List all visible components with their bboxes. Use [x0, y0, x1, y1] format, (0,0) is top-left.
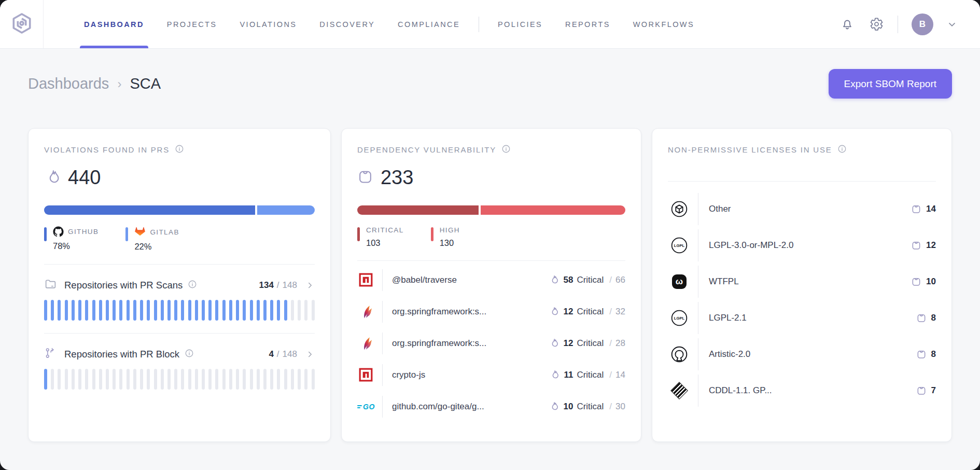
- segment-pill: [51, 300, 54, 321]
- legend-item: CRITICAL 103: [357, 226, 404, 248]
- package-name: org.springframework:s...: [392, 338, 550, 349]
- info-icon[interactable]: [185, 349, 194, 360]
- critical-count: 12: [563, 307, 573, 317]
- info-icon[interactable]: [188, 280, 197, 291]
- license-name: LGPL-2.1: [709, 313, 916, 323]
- segment-pill: [270, 369, 273, 390]
- segment-pill: [85, 300, 88, 321]
- nav-item[interactable]: DASHBOARD: [73, 0, 156, 48]
- nav-item[interactable]: REPORTS: [554, 0, 622, 48]
- pr-scans-segment-bar: [44, 300, 315, 321]
- notifications-bell-icon[interactable]: [839, 17, 855, 32]
- segment-pill: [188, 369, 191, 390]
- flame-icon: [44, 169, 61, 187]
- wtfpl-license-icon: ω: [672, 274, 687, 289]
- segment-pill: [222, 300, 226, 321]
- package-row[interactable]: GO github.com/go-gitea/g... 10 Critical: [357, 391, 625, 422]
- violations-found-in-prs-card: VIOLATIONS FOUND IN PRS 440: [28, 128, 331, 442]
- user-avatar[interactable]: B: [912, 13, 933, 35]
- segment-pill: [277, 369, 280, 390]
- segment-pill: [284, 300, 287, 321]
- export-sbom-report-button[interactable]: Export SBOM Report: [829, 69, 952, 99]
- package-bag-icon: [916, 313, 927, 323]
- main-nav: DASHBOARD PROJECTS VIOLATIONS DISCOVERY …: [73, 0, 706, 48]
- critical-count: 11: [564, 370, 573, 380]
- segment-pill: [161, 369, 164, 390]
- legend-label: GITLAB: [150, 228, 179, 236]
- breadcrumb-separator-icon: ›: [117, 77, 121, 91]
- segment-pill: [284, 369, 287, 390]
- license-row[interactable]: LGPL ω LGPL-2.1: [668, 300, 936, 336]
- license-row[interactable]: LGPL ω Other: [668, 191, 936, 227]
- segment-pill: [133, 369, 136, 390]
- legend-value: 103: [366, 238, 404, 248]
- segment-pill: [181, 369, 184, 390]
- maven-feather-icon: [358, 336, 374, 351]
- nav-item[interactable]: VIOLATIONS: [228, 0, 308, 48]
- package-row[interactable]: GO @babel/traverse 58 Critical: [357, 264, 625, 296]
- pr-scans-header: Repositories with PR Scans 134 / 148: [44, 278, 315, 293]
- critical-word: Critical: [577, 402, 604, 412]
- nav-item[interactable]: PROJECTS: [156, 0, 229, 48]
- golang-icon: GO: [357, 403, 375, 411]
- license-row[interactable]: LGPL ω CDDL-1.1.: [668, 372, 936, 409]
- license-row[interactable]: LGPL ω WTFPL: [668, 264, 936, 300]
- nav-item[interactable]: WORKFLOWS: [622, 0, 706, 48]
- nav-item[interactable]: POLICIES: [486, 0, 554, 48]
- package-row[interactable]: GO org.springframework:s... 12 Critical: [357, 327, 625, 359]
- info-icon[interactable]: [175, 144, 184, 155]
- segment-pill: [312, 300, 315, 321]
- info-icon[interactable]: [501, 144, 511, 155]
- segment-pill: [202, 300, 205, 321]
- segment-pill: [147, 369, 150, 390]
- segment-pill: [236, 369, 239, 390]
- nav-item[interactable]: DISCOVERY: [308, 0, 386, 48]
- chevron-right-icon[interactable]: [305, 281, 315, 290]
- breadcrumb: Dashboards › SCA: [28, 75, 161, 92]
- pull-request-icon: [44, 347, 57, 362]
- settings-gear-icon[interactable]: [869, 17, 884, 32]
- open-source-keyhole-icon: [669, 344, 690, 365]
- segment-pill: [229, 369, 232, 390]
- nav-divider: [479, 17, 479, 32]
- segment-pill: [106, 300, 109, 321]
- npm-icon: [358, 367, 373, 382]
- segment-pill: [298, 300, 301, 321]
- chevron-right-icon[interactable]: [305, 350, 315, 359]
- segment-pill: [154, 369, 157, 390]
- critical-word: Critical: [577, 370, 604, 380]
- divider: [44, 333, 315, 334]
- segment-pill: [99, 369, 102, 390]
- package-row[interactable]: GO org.springframework:s... 12 Critical: [357, 296, 625, 327]
- app-window: DASHBOARD PROJECTS VIOLATIONS DISCOVERY …: [0, 0, 980, 470]
- segment-pill: [257, 369, 260, 390]
- critical-word: Critical: [577, 307, 604, 317]
- segment-pill: [78, 369, 81, 390]
- divider: [668, 181, 936, 182]
- segment-pill: [195, 369, 198, 390]
- pr-block-segment-bar: [44, 369, 315, 390]
- segment-pill: [263, 300, 267, 321]
- critical-count: 58: [563, 275, 573, 285]
- license-row[interactable]: LGPL ω LGPL-3.0-o: [668, 227, 936, 264]
- top-navigation-bar: DASHBOARD PROJECTS VIOLATIONS DISCOVERY …: [0, 0, 980, 49]
- license-row[interactable]: LGPL ω Artistic-2: [668, 336, 936, 372]
- segment-pill: [215, 369, 218, 390]
- card-title: VIOLATIONS FOUND IN PRS: [44, 145, 170, 154]
- nav-item[interactable]: COMPLIANCE: [386, 0, 471, 48]
- info-icon[interactable]: [837, 144, 847, 155]
- package-bag-icon: [916, 385, 927, 396]
- app-logo[interactable]: [0, 0, 44, 48]
- segment-pill: [113, 369, 116, 390]
- package-row[interactable]: GO crypto-js 11 Critical: [357, 359, 625, 391]
- vulnerable-packages-list: GO @babel/traverse 58 Critical: [357, 264, 625, 422]
- source-legend: GITHUB 78%: [44, 226, 315, 252]
- page-title: SCA: [130, 75, 161, 92]
- segment-pill: [127, 300, 130, 321]
- licenses-list: LGPL ω Other: [668, 191, 936, 409]
- chevron-down-icon[interactable]: [947, 19, 957, 30]
- segment-pill: [106, 369, 109, 390]
- dependency-vulnerability-card: DEPENDENCY VULNERABILITY 233: [341, 128, 641, 442]
- segment-pill: [113, 300, 116, 321]
- breadcrumb-dashboards[interactable]: Dashboards: [28, 75, 109, 92]
